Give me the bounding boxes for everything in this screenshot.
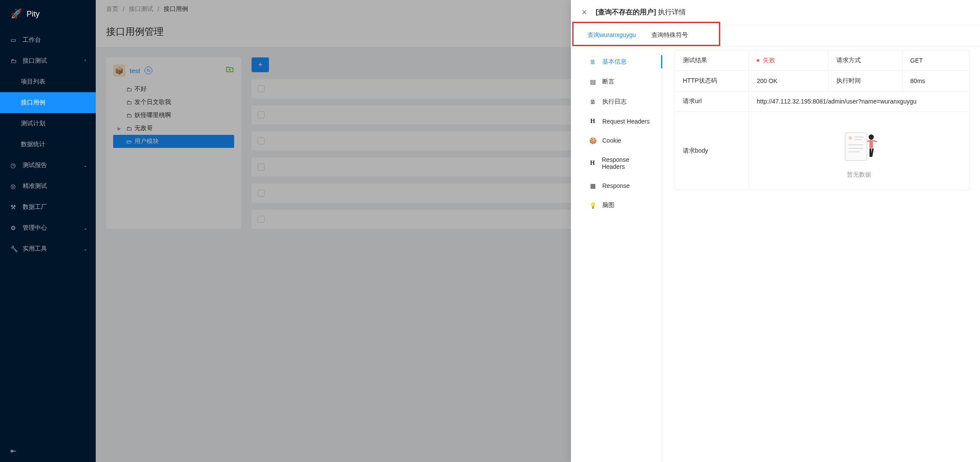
chevron-down-icon: ⌄ [84,163,87,168]
logo[interactable]: 🚀 Pity [0,0,96,28]
side-nav-basic-info[interactable]: 🗎 基本信息 [571,52,661,72]
value-request-method: GET [902,50,969,71]
side-nav-mindmap[interactable]: 💡 脑图 [571,195,661,215]
sidebar-item-test-report[interactable]: ◷ 测试报告 ⌄ [0,155,96,176]
target-icon: ◎ [10,183,17,190]
svg-point-1 [849,136,852,140]
label-request-method: 请求方式 [828,50,902,71]
h-icon: H [588,118,597,125]
side-nav-request-headers[interactable]: H Request Headers [571,112,661,131]
log-icon: 🗎 [588,98,597,105]
value-request-body: 暂无数据 [749,112,970,190]
drawer-header: ✕ [查询不存在的用户] 执行详情 [571,0,980,25]
sidebar-item-precision-test[interactable]: ◎ 精准测试 [0,176,96,197]
sidebar-item-test-plan[interactable]: 测试计划 [0,113,96,134]
detail-side-nav: 🗎 基本信息 ▤ 断言 🗎 执行日志 H Request Headers 🍪 [571,47,662,462]
chevron-up-icon: ⌄ [84,59,87,64]
drawer-tabs: 查询wuranxguygu 查询特殊符号 [571,25,980,47]
status-dot-icon [757,59,759,62]
sidebar-item-data-factory[interactable]: ⚒ 数据工厂 [0,197,96,218]
execution-detail-drawer: ✕ [查询不存在的用户] 执行详情 查询wuranxguygu 查询特殊符号 🗎… [571,0,980,462]
sidebar-item-admin-center[interactable]: ⚙ 管理中心 ⌄ [0,218,96,238]
svg-point-7 [869,134,874,140]
tab-query-wuranxguygu[interactable]: 查询wuranxguygu [580,25,644,46]
label-request-url: 请求url [675,91,749,112]
tab-query-special-chars[interactable]: 查询特殊符号 [644,25,696,46]
sidebar-item-tools[interactable]: 🔧 实用工具 ⌄ [0,238,96,259]
sidebar: 🚀 Pity ▭ 工作台 🗀 接口测试 ⌄ 项目列表 接口用例 [0,0,96,462]
detail-panel: 测试结果 失败 请求方式 GET HTTP状态码 200 OK 执行时间 80m… [662,47,980,462]
label-test-result: 测试结果 [675,50,749,71]
response-icon: ▦ [588,182,597,189]
chevron-down-icon: ⌄ [84,226,87,231]
sidebar-item-api-test[interactable]: 🗀 接口测试 ⌄ [0,50,96,71]
side-nav-cookie[interactable]: 🍪 Cookie [571,131,661,150]
side-nav-response[interactable]: ▦ Response [571,176,661,195]
clock-icon: ◷ [10,162,17,169]
empty-text: 暂无数据 [757,171,961,179]
label-exec-time: 执行时间 [828,71,902,91]
factory-icon: ⚒ [10,204,17,211]
chevron-down-icon: ⌄ [84,247,87,251]
label-request-body: 请求body [675,112,749,190]
value-request-url: http://47.112.32.195:8081/admin/user?nam… [749,91,970,112]
dashboard-icon: ▭ [10,37,17,44]
detail-table: 测试结果 失败 请求方式 GET HTTP状态码 200 OK 执行时间 80m… [675,50,970,190]
collapse-sidebar-button[interactable]: ⇤ [10,447,16,455]
gear-icon: ⚙ [10,224,17,231]
drawer-title: [查询不存在的用户] 执行详情 [596,8,686,17]
rocket-icon: 🚀 [10,8,22,20]
folder-icon: 🗀 [10,57,17,64]
cookie-icon: 🍪 [588,137,597,144]
app-name: Pity [27,10,40,19]
wrench-icon: 🔧 [10,245,17,252]
h-icon: H [588,160,597,167]
value-test-result: 失败 [749,50,829,71]
sidebar-item-api-case[interactable]: 接口用例 [0,92,96,113]
svg-rect-8 [869,140,873,148]
sidebar-item-project-list[interactable]: 项目列表 [0,71,96,92]
assert-icon: ▤ [588,78,597,85]
close-icon[interactable]: ✕ [581,8,587,17]
sidebar-menu: ▭ 工作台 🗀 接口测试 ⌄ 项目列表 接口用例 测试计划 数据统计 [0,28,96,440]
sidebar-item-data-stats[interactable]: 数据统计 [0,134,96,155]
side-nav-log[interactable]: 🗎 执行日志 [571,92,661,112]
svg-rect-10 [873,140,877,142]
empty-state-icon [837,123,881,167]
sidebar-item-workspace[interactable]: ▭ 工作台 [0,30,96,50]
side-nav-response-headers[interactable]: H Response Headers [571,150,661,176]
side-nav-assert[interactable]: ▤ 断言 [571,72,661,92]
mindmap-icon: 💡 [588,202,597,209]
value-http-status: 200 OK [749,71,829,91]
label-http-status: HTTP状态码 [675,71,749,91]
value-exec-time: 80ms [902,71,969,91]
file-icon: 🗎 [588,58,597,65]
svg-rect-9 [867,140,870,142]
